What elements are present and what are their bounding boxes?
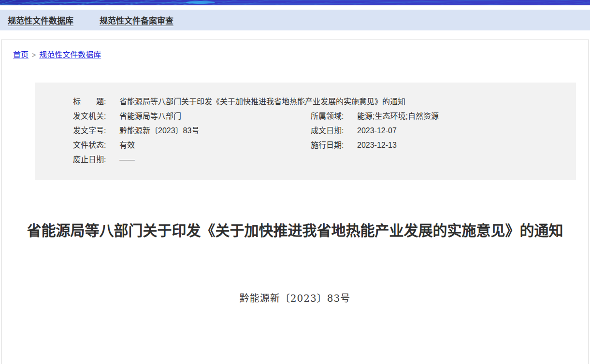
metadata-label-title: 标 题: (73, 95, 112, 109)
metadata-value-repeal-date: —— (119, 153, 135, 167)
tab-normative-documents-filing-review[interactable]: 规范性文件备案审查 (100, 14, 173, 26)
metadata-label-effective-date: 施行日期: (311, 138, 349, 153)
metadata-row-status: 文件状态: 有效 施行日期: 2023-12-13 (73, 138, 566, 153)
metadata-value-issue-date: 2023-12-07 (357, 124, 397, 138)
metadata-row-repeal-date: 废止日期: —— (73, 153, 566, 167)
metadata-label-status: 文件状态: (73, 138, 112, 153)
metadata-value-field: 能源;生态环境;自然资源 (357, 109, 439, 124)
metadata-value-effective-date: 2023-12-13 (357, 138, 397, 153)
metadata-row-document-number: 发文字号: 黔能源新〔2023〕83号 成文日期: 2023-12-07 (73, 124, 566, 138)
metadata-value-document-number: 黔能源新〔2023〕83号 (119, 124, 199, 138)
document-metadata-panel: 标 题: 省能源局等八部门关于印发《关于加快推进我省地热能产业发展的实施意见》的… (35, 83, 576, 180)
metadata-value-title: 省能源局等八部门关于印发《关于加快推进我省地热能产业发展的实施意见》的通知 (119, 95, 405, 109)
breadcrumb: 首页>规范性文件数据库 (1, 40, 589, 60)
metadata-label-document-number: 发文字号: (73, 124, 112, 138)
metadata-label-issuing-authority: 发文机关: (73, 109, 112, 124)
banner-fade-overlay (0, 0, 590, 5)
decorative-banner (0, 0, 590, 5)
main-content-panel: 首页>规范性文件数据库 标 题: 省能源局等八部门关于印发《关于加快推进我省地热… (1, 40, 589, 364)
document-reference-number: 黔能源新〔2023〕83号 (1, 291, 589, 305)
breadcrumb-database-link[interactable]: 规范性文件数据库 (39, 51, 101, 59)
breadcrumb-home-link[interactable]: 首页 (13, 51, 29, 59)
metadata-row-title: 标 题: 省能源局等八部门关于印发《关于加快推进我省地热能产业发展的实施意见》的… (73, 95, 566, 109)
metadata-row-issuing-authority: 发文机关: 省能源局等八部门 所属领域: 能源;生态环境;自然资源 (73, 109, 566, 124)
primary-nav: 规范性文件数据库 规范性文件备案审查 (0, 10, 590, 30)
metadata-label-field: 所属领域: (311, 109, 349, 124)
document-title: 省能源局等八部门关于印发《关于加快推进我省地热能产业发展的实施意见》的通知 (18, 218, 572, 243)
breadcrumb-separator-icon: > (32, 51, 36, 59)
tab-normative-documents-database[interactable]: 规范性文件数据库 (8, 14, 73, 26)
metadata-label-repeal-date: 废止日期: (73, 153, 112, 167)
metadata-value-status: 有效 (119, 138, 135, 153)
metadata-label-issue-date: 成文日期: (311, 124, 349, 138)
metadata-value-issuing-authority: 省能源局等八部门 (119, 109, 181, 124)
